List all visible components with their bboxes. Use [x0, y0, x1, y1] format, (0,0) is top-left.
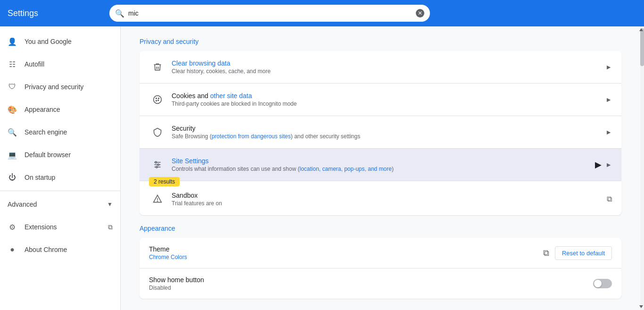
- svg-point-0: [154, 96, 162, 104]
- external-link-icon: ⧉: [607, 195, 612, 203]
- power-icon: ⏻: [8, 173, 17, 182]
- cookies-row[interactable]: Cookies and other site data Third-party …: [140, 84, 621, 116]
- search-bar: 🔍 ✕: [109, 5, 430, 22]
- clear-search-button[interactable]: ✕: [416, 9, 424, 17]
- chrome-icon: ●: [8, 245, 17, 254]
- sidebar: 👤 You and Google ☷ Autofill 🛡 Privacy an…: [0, 26, 121, 310]
- sidebar-item-default-browser[interactable]: 💻 Default browser: [0, 143, 116, 166]
- theme-row[interactable]: Theme Chrome Colors ⧉ Reset to default: [140, 238, 621, 268]
- security-desc: Safe Browsing (protection from dangerous…: [172, 133, 605, 140]
- security-row[interactable]: Security Safe Browsing (protection from …: [140, 116, 621, 149]
- sidebar-item-on-startup[interactable]: ⏻ On startup: [0, 166, 116, 189]
- person-icon: 👤: [8, 37, 17, 46]
- warning-icon: [149, 191, 166, 208]
- reset-to-default-button[interactable]: Reset to default: [555, 246, 612, 260]
- sidebar-item-about-chrome[interactable]: ● About Chrome: [0, 238, 116, 261]
- sidebar-divider: [0, 191, 120, 191]
- cookie-icon: [149, 91, 166, 108]
- sidebar-item-privacy[interactable]: 🛡 Privacy and security: [0, 75, 116, 98]
- sliders-icon: [149, 156, 166, 173]
- sidebar-item-search-engine[interactable]: 🔍 Search engine: [0, 121, 116, 143]
- clear-browsing-row[interactable]: Clear browsing data Clear history, cooki…: [140, 51, 621, 84]
- search-icon: 🔍: [115, 9, 124, 18]
- site-settings-desc: Controls what information sites can use …: [172, 166, 595, 172]
- chevron-down-icon: ▼: [107, 201, 113, 208]
- main-content: Privacy and security Clear browsing data: [121, 26, 640, 310]
- chevron-right-icon: ►: [605, 63, 612, 71]
- cookies-title: Cookies and other site data: [172, 92, 605, 100]
- header: Settings 🔍 ✕: [0, 0, 644, 26]
- search-input[interactable]: [128, 9, 412, 17]
- chevron-right-icon: ►: [605, 128, 612, 136]
- security-title: Security: [172, 125, 605, 132]
- layout: 👤 You and Google ☷ Autofill 🛡 Privacy an…: [0, 26, 644, 310]
- sidebar-item-extensions[interactable]: ⚙ Extensions ⧉: [0, 216, 120, 238]
- privacy-card: Clear browsing data Clear history, cooki…: [140, 51, 621, 215]
- theme-actions: ⧉ Reset to default: [543, 246, 612, 260]
- cursor-icon: ▶: [595, 159, 602, 170]
- home-button-text: Show home button Disabled: [149, 276, 593, 291]
- svg-point-10: [155, 161, 157, 163]
- clear-browsing-text: Clear browsing data Clear history, cooki…: [172, 59, 605, 75]
- shield-icon: 🛡: [8, 82, 17, 92]
- list-icon: ☷: [8, 59, 17, 69]
- appearance-section: Appearance Theme Chrome Colors ⧉ Reset t…: [140, 225, 621, 299]
- site-settings-title: Site Settings: [172, 157, 595, 165]
- scroll-down-arrow[interactable]: [639, 305, 643, 308]
- home-button-title: Show home button: [149, 276, 593, 284]
- privacy-section-heading: Privacy and security: [140, 38, 621, 45]
- svg-point-4: [158, 98, 159, 99]
- svg-point-2: [158, 100, 159, 101]
- site-settings-text: Site Settings Controls what information …: [172, 157, 595, 172]
- sandbox-title: Sandbox: [172, 192, 607, 199]
- sidebar-item-autofill[interactable]: ☷ Autofill: [0, 53, 116, 75]
- settings-title: Settings: [8, 8, 102, 18]
- svg-point-15: [157, 201, 158, 201]
- scroll-up-arrow[interactable]: [639, 28, 643, 31]
- palette-icon: 🎨: [8, 105, 17, 114]
- svg-point-1: [156, 98, 157, 99]
- theme-desc: Chrome Colors: [149, 254, 543, 260]
- clear-browsing-title: Clear browsing data: [172, 59, 605, 67]
- extensions-label: Extensions: [25, 223, 100, 231]
- trash-icon: [149, 59, 166, 75]
- scrollbar-track[interactable]: [640, 26, 644, 310]
- home-button-toggle[interactable]: [593, 279, 612, 288]
- sandbox-desc: Trial features are on: [172, 200, 607, 207]
- clear-browsing-desc: Clear history, cookies, cache, and more: [172, 68, 605, 75]
- chevron-right-icon: ►: [605, 96, 612, 103]
- browser-icon: 💻: [8, 150, 17, 159]
- svg-point-12: [156, 166, 157, 168]
- theme-external-icon[interactable]: ⧉: [543, 248, 549, 258]
- security-shield-icon: [149, 124, 166, 141]
- extensions-icon: ⚙: [8, 222, 17, 232]
- toggle-knob: [594, 280, 602, 287]
- sandbox-row[interactable]: Sandbox Trial features are on ⧉: [140, 181, 621, 215]
- site-settings-row[interactable]: Site Settings Controls what information …: [140, 149, 621, 181]
- search-icon: 🔍: [8, 127, 17, 137]
- sidebar-item-appearance[interactable]: 🎨 Appearance: [0, 98, 116, 121]
- appearance-section-heading: Appearance: [140, 225, 621, 232]
- home-button-row: Show home button Disabled: [140, 268, 621, 299]
- sidebar-item-you-and-google[interactable]: 👤 You and Google: [0, 30, 116, 53]
- chevron-right-icon: ►: [605, 161, 612, 168]
- home-button-desc: Disabled: [149, 285, 593, 291]
- cookies-desc: Third-party cookies are blocked in Incog…: [172, 101, 605, 107]
- security-text: Security Safe Browsing (protection from …: [172, 125, 605, 140]
- sandbox-text: Sandbox Trial features are on: [172, 192, 607, 207]
- theme-title: Theme: [149, 245, 543, 253]
- scrollbar-thumb[interactable]: [640, 28, 644, 66]
- appearance-card: Theme Chrome Colors ⧉ Reset to default S…: [140, 238, 621, 299]
- sidebar-advanced[interactable]: Advanced ▼: [0, 193, 120, 216]
- svg-point-3: [156, 101, 157, 101]
- cookies-text: Cookies and other site data Third-party …: [172, 92, 605, 107]
- theme-text: Theme Chrome Colors: [149, 245, 543, 260]
- results-badge: 2 results: [149, 177, 180, 186]
- svg-point-11: [157, 164, 159, 165]
- external-link-icon: ⧉: [108, 223, 113, 231]
